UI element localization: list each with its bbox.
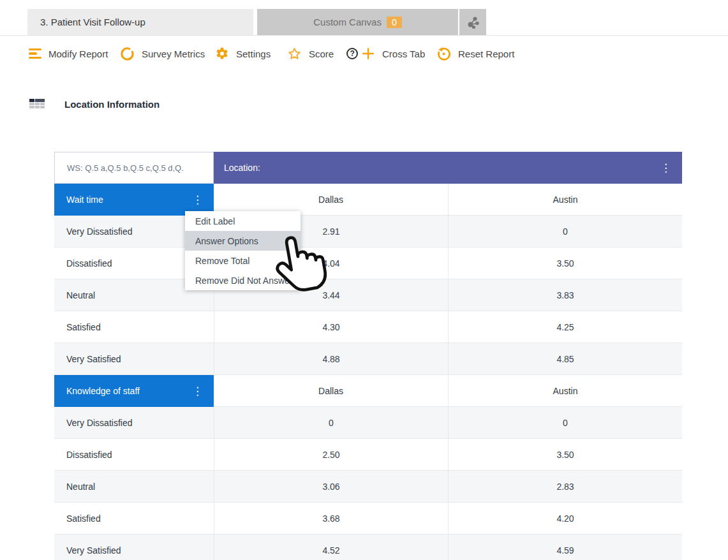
tool-label: Settings (236, 48, 271, 59)
menu-item-answer-options[interactable]: Answer Options (185, 231, 301, 251)
cell-value: 3.06 (214, 471, 448, 503)
table-row: Neutral 3.06 2.83 (54, 471, 682, 503)
cell-value: 2.83 (448, 471, 682, 503)
row-label: Satisfied (54, 503, 214, 534)
table-row: Satisfied 4.30 4.25 (54, 311, 682, 343)
row-label: Neutral (54, 471, 214, 503)
tabstrip-divider (0, 35, 728, 36)
tab-label: 3. Patient Visit Follow-up (40, 17, 145, 27)
custom-canvas-count-badge: 0 (387, 17, 402, 28)
settings-gear-icon (215, 47, 229, 61)
modify-report-icon (29, 47, 41, 61)
table-row: Very Satisfied 4.88 4.85 (54, 343, 682, 375)
survey-metrics-button[interactable]: Survey Metrics (120, 43, 205, 64)
column-header-dallas: Dallas (214, 375, 448, 407)
row-options-context-menu: Edit Label Answer Options Remove Total R… (185, 211, 301, 290)
row-label: Dissatisfied (54, 439, 214, 471)
cell-value: 0 (214, 407, 448, 439)
reset-report-icon (436, 47, 451, 61)
table-row: Satisfied 3.68 4.20 (54, 503, 682, 534)
question-mark-icon[interactable]: ? (346, 48, 358, 59)
cell-value: 0 (448, 407, 682, 439)
table-row: Very Dissatisfied 2.91 0 (54, 216, 682, 247)
reset-report-button[interactable]: Reset Report (436, 43, 514, 64)
row-label: Very Dissatisfied (54, 407, 214, 439)
table-row: Dissatisfied 2.50 3.50 (54, 439, 682, 471)
cell-value: 0 (448, 216, 682, 247)
group-label: Knowledge of staff (66, 386, 140, 396)
table-row: Neutral 3.44 3.83 (54, 279, 682, 311)
group-knowledge-of-staff-cell[interactable]: Knowledge of staff ⋮ (54, 375, 214, 407)
row-label: Very Satisfied (54, 343, 214, 375)
corner-question-cell: WS: Q.5 a,Q.5 b,Q.5 c,Q.5 d,Q. (54, 152, 214, 184)
menu-item-edit-label[interactable]: Edit Label (185, 211, 301, 231)
cell-value: 3.50 (448, 247, 682, 279)
cell-value: 4.20 (448, 503, 682, 534)
cell-value: 4.88 (214, 343, 448, 375)
report-toolbar: Modify Report Survey Metrics Settings Sc… (0, 43, 728, 64)
group-header-row: Wait time ⋮ Dallas Austin (54, 184, 682, 216)
cell-value: 3.83 (448, 279, 682, 311)
cell-value: 3.68 (214, 503, 448, 534)
cell-value: 4.25 (448, 311, 682, 343)
cross-tab-plus-icon (361, 47, 375, 61)
group-header-row: Knowledge of staff ⋮ Dallas Austin (54, 375, 682, 407)
survey-metrics-icon (120, 47, 135, 61)
banner-kebab-menu-icon[interactable]: ⋮ (657, 161, 674, 175)
menu-item-remove-total[interactable]: Remove Total (185, 251, 301, 270)
tab-label: Custom Canvas (313, 17, 382, 27)
row-label: Very Satisfied (54, 534, 214, 560)
score-star-icon (287, 47, 302, 61)
canvas-nodes-button[interactable] (459, 9, 486, 35)
tab-custom-canvas[interactable]: Custom Canvas 0 (257, 9, 458, 35)
group-label: Wait time (66, 195, 103, 205)
node-graph-icon (465, 15, 480, 30)
page-title: Location Information (64, 99, 160, 110)
report-page: 3. Patient Visit Follow-up Custom Canvas… (0, 0, 728, 560)
tab-patient-visit-follow-up[interactable]: 3. Patient Visit Follow-up (27, 9, 253, 35)
cell-value: 4.52 (214, 534, 448, 560)
banner-location-cell: Location: ⋮ (214, 152, 682, 184)
tool-label: Score (309, 48, 334, 59)
table-row: Very Satisfied 4.52 4.59 (54, 534, 682, 560)
table-header-row: WS: Q.5 a,Q.5 b,Q.5 c,Q.5 d,Q. Location:… (54, 152, 682, 184)
cell-value: 4.59 (448, 534, 682, 560)
column-header-austin: Austin (448, 184, 682, 216)
modify-report-button[interactable]: Modify Report (29, 43, 108, 64)
cell-value: 4.85 (448, 343, 682, 375)
cell-value: 3.50 (448, 439, 682, 471)
banner-label: Location: (224, 163, 260, 173)
crosstab-table: WS: Q.5 a,Q.5 b,Q.5 c,Q.5 d,Q. Location:… (54, 152, 682, 560)
cross-tab-button[interactable]: Cross Tab (361, 43, 425, 64)
tool-label: Cross Tab (382, 48, 425, 59)
cell-value: 4.30 (214, 311, 448, 343)
group-kebab-menu-icon[interactable]: ⋮ (189, 385, 206, 398)
tool-label: Survey Metrics (142, 48, 205, 59)
group-kebab-menu-icon[interactable]: ⋮ (189, 193, 206, 207)
section-header: Location Information (29, 99, 160, 110)
column-header-austin: Austin (448, 375, 682, 407)
table-row: Dissatisfied 4.04 3.50 (54, 247, 682, 279)
tool-label: Reset Report (458, 48, 514, 59)
table-row: Very Dissatisfied 0 0 (54, 407, 682, 439)
cell-value: 2.50 (214, 439, 448, 471)
table-report-icon (29, 99, 45, 110)
row-label: Satisfied (54, 311, 214, 343)
menu-item-remove-did-not-answer[interactable]: Remove Did Not Answer (185, 270, 301, 290)
settings-button[interactable]: Settings (215, 43, 271, 64)
score-button[interactable]: Score ? (287, 43, 358, 64)
tool-label: Modify Report (48, 48, 108, 59)
